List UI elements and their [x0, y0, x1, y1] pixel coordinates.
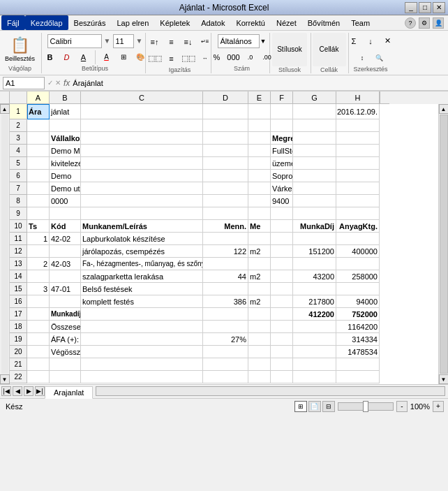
- row-header-15[interactable]: 15: [10, 283, 27, 295]
- row-header-17[interactable]: 17: [10, 308, 27, 321]
- cell-b3[interactable]: Vállalkozó:: [50, 132, 81, 145]
- font-dropdown-icon[interactable]: ▼: [104, 37, 111, 45]
- row-header-7[interactable]: 7: [10, 182, 27, 195]
- cell-a9[interactable]: [27, 207, 50, 220]
- zoom-slider[interactable]: [338, 402, 394, 411]
- cell-a16[interactable]: [27, 295, 50, 308]
- cell-f22[interactable]: [271, 371, 293, 383]
- cell-a13[interactable]: 2: [27, 258, 50, 270]
- align-top-button[interactable]: ≡↑: [147, 34, 163, 50]
- cell-e10[interactable]: Me: [248, 220, 271, 233]
- comma-button[interactable]: 000: [226, 50, 241, 65]
- cell-d19[interactable]: 27%: [203, 333, 248, 346]
- cell-a20[interactable]: [27, 346, 50, 358]
- col-header-d[interactable]: D: [203, 91, 248, 104]
- paste-button[interactable]: 📋 Beillesztés: [3, 34, 38, 65]
- align-right-button[interactable]: ⬚⬚: [181, 51, 196, 66]
- cell-g19[interactable]: [293, 333, 336, 346]
- cell-h9[interactable]: [336, 207, 380, 220]
- cell-e3[interactable]: [248, 132, 271, 145]
- cell-a1[interactable]: Ára: [27, 104, 50, 119]
- cell-d15[interactable]: [203, 283, 248, 295]
- col-header-c[interactable]: C: [81, 91, 203, 104]
- cell-e2[interactable]: [248, 119, 271, 132]
- cell-b2[interactable]: [50, 119, 81, 132]
- cell-h4[interactable]: [336, 145, 380, 157]
- cell-g2[interactable]: [293, 119, 336, 132]
- cell-e21[interactable]: [248, 358, 271, 371]
- cell-d10[interactable]: Menn.: [203, 220, 248, 233]
- cell-b16[interactable]: [50, 295, 81, 308]
- cell-g9[interactable]: [293, 207, 336, 220]
- row-header-20[interactable]: 20: [10, 346, 27, 358]
- cell-c22[interactable]: [81, 371, 203, 383]
- cell-e22[interactable]: [248, 371, 271, 383]
- cell-b9[interactable]: [50, 207, 81, 220]
- cell-a21[interactable]: [27, 358, 50, 371]
- cell-c17[interactable]: [81, 308, 203, 321]
- page-break-button[interactable]: ⊟: [322, 401, 335, 412]
- cell-h2[interactable]: [336, 119, 380, 132]
- cell-d12[interactable]: 122: [203, 245, 248, 258]
- normal-view-button[interactable]: ⊞: [294, 401, 307, 412]
- cell-c1[interactable]: [81, 104, 203, 119]
- cell-d1[interactable]: [203, 104, 248, 119]
- cell-h15[interactable]: [336, 283, 380, 295]
- find-button[interactable]: 🔍: [371, 50, 387, 66]
- cell-a18[interactable]: [27, 321, 50, 333]
- cell-c4[interactable]: [81, 145, 203, 157]
- row-header-10[interactable]: 10: [10, 220, 27, 233]
- cell-d16[interactable]: 386: [203, 295, 248, 308]
- cell-f7[interactable]: Várkerület utca 9.: [271, 182, 293, 195]
- row-header-21[interactable]: 21: [10, 358, 27, 371]
- cell-a12[interactable]: [27, 245, 50, 258]
- cell-d20[interactable]: [203, 346, 248, 358]
- row-header-14[interactable]: 14: [10, 270, 27, 283]
- cell-e18[interactable]: [248, 321, 271, 333]
- cell-d13[interactable]: [203, 258, 248, 270]
- cell-e15[interactable]: [248, 283, 271, 295]
- cell-g10[interactable]: MunkaDíj: [293, 220, 336, 233]
- settings-icon[interactable]: ⚙: [419, 17, 430, 29]
- fill-button[interactable]: ↓: [363, 34, 378, 49]
- cell-h13[interactable]: [336, 258, 380, 270]
- cell-e14[interactable]: m2: [248, 270, 271, 283]
- cell-a3[interactable]: [27, 132, 50, 145]
- cell-d3[interactable]: [203, 132, 248, 145]
- cell-d18[interactable]: [203, 321, 248, 333]
- cell-f5[interactable]: üzemeltetés: [271, 157, 293, 170]
- horizontal-scrollbar[interactable]: [96, 386, 445, 396]
- cell-c9[interactable]: [81, 207, 203, 220]
- window-controls[interactable]: _ □ ✕: [405, 2, 445, 13]
- cell-c8[interactable]: [81, 195, 203, 207]
- menu-item-fajl[interactable]: Fájl: [1, 15, 25, 30]
- cell-c16[interactable]: komplett festés: [81, 295, 203, 308]
- row-header-22[interactable]: 22: [10, 371, 27, 383]
- cell-g16[interactable]: 217800: [293, 295, 336, 308]
- cell-c18[interactable]: [81, 321, 203, 333]
- cell-h10[interactable]: AnyagKtg.: [336, 220, 380, 233]
- col-header-e[interactable]: E: [248, 91, 271, 104]
- cell-b14[interactable]: [50, 270, 81, 283]
- cell-a15[interactable]: 3: [27, 283, 50, 295]
- cell-e17[interactable]: [248, 308, 271, 321]
- cell-b18[interactable]: Összesen (=):: [50, 321, 81, 333]
- align-middle-button[interactable]: ≡: [164, 34, 179, 50]
- cell-a17[interactable]: [27, 308, 50, 321]
- cell-h3[interactable]: [336, 132, 380, 145]
- cell-h8[interactable]: [336, 195, 380, 207]
- cell-f12[interactable]: [271, 245, 293, 258]
- align-bottom-button[interactable]: ≡↓: [181, 34, 196, 50]
- cell-b17[interactable]: Munkadíj és anyagköltség (=):: [50, 308, 81, 321]
- cell-a5[interactable]: [27, 157, 50, 170]
- cell-g18[interactable]: [293, 321, 336, 333]
- row-header-18[interactable]: 18: [10, 321, 27, 333]
- italic-button[interactable]: D: [59, 50, 75, 65]
- fill-color-button[interactable]: 🎨: [133, 50, 148, 65]
- row-header-12[interactable]: 12: [10, 245, 27, 258]
- sum-button[interactable]: Σ: [346, 34, 361, 49]
- cell-b12[interactable]: [50, 245, 81, 258]
- cell-a14[interactable]: [27, 270, 50, 283]
- cell-g4[interactable]: [293, 145, 336, 157]
- cell-e12[interactable]: m2: [248, 245, 271, 258]
